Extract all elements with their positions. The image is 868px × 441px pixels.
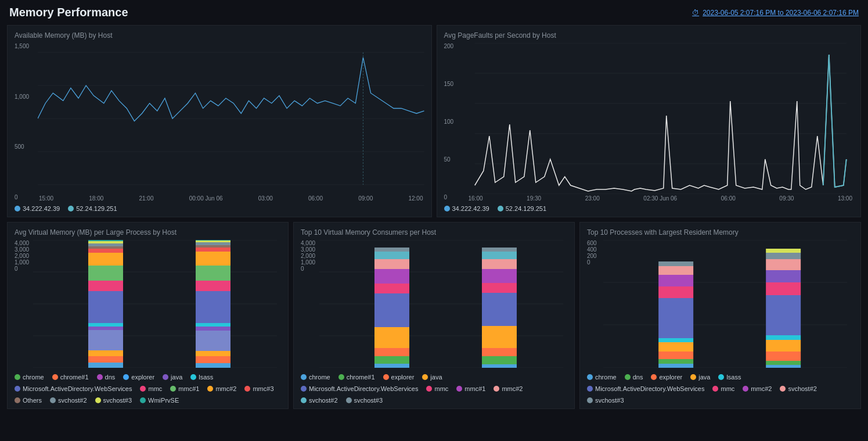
svg-rect-35 xyxy=(196,331,230,351)
svg-rect-98 xyxy=(766,259,801,270)
avg-virtual-legend: chrome chrome#1 dns explorer java lsass xyxy=(15,374,281,404)
svg-rect-73 xyxy=(482,248,517,252)
available-memory-svg-container: 15:00 18:00 21:00 00:00 Jun 06 03:00 06:… xyxy=(38,43,424,202)
svg-rect-93 xyxy=(766,340,801,352)
svg-rect-57 xyxy=(374,327,409,348)
top10-virtual-svg: 34.222.42.39 52.24.129.251 xyxy=(315,240,567,368)
svg-rect-100 xyxy=(766,249,801,253)
available-memory-legend: 34.222.42.39 52.24.129.251 xyxy=(15,205,424,212)
top10-virtual-svg-container: 34.222.42.39 52.24.129.251 xyxy=(315,240,567,368)
legend-item-2: 52.24.129.251 xyxy=(68,205,117,212)
avg-virtual-chart: 4,000 3,000 2,000 1,000 0 xyxy=(15,240,281,368)
svg-rect-46 xyxy=(196,240,230,241)
svg-rect-67 xyxy=(482,326,517,348)
top10-virtual-legend: chrome chrome#1 explorer java Microsoft.… xyxy=(301,374,567,404)
svg-rect-81 xyxy=(658,359,693,364)
svg-rect-22 xyxy=(88,323,123,327)
top10-resident-svg-container: 34.222.42.39 52.24.129.251 xyxy=(597,240,853,368)
available-memory-y-axis: 1,500 1,000 500 0 xyxy=(15,43,29,202)
av-leg-lsass: lsass xyxy=(190,374,213,381)
svg-rect-99 xyxy=(766,253,801,259)
svg-rect-71 xyxy=(482,259,517,269)
svg-rect-18 xyxy=(88,356,123,363)
time-range-label[interactable]: 2023-06-05 2:07:16 PM to 2023-06-06 2:07… xyxy=(703,9,859,17)
svg-rect-39 xyxy=(196,281,230,291)
svg-rect-24 xyxy=(88,281,123,291)
top10-resident-y-axis: 600 400 200 0 xyxy=(587,240,597,267)
av-leg-java: java xyxy=(163,374,182,381)
pagefaults-panel: Avg PageFaults per Second by Host 200 15… xyxy=(437,25,862,217)
svg-rect-28 xyxy=(88,246,123,249)
svg-rect-27 xyxy=(88,249,123,253)
av-leg-mmc3: mmc#3 xyxy=(244,385,273,392)
av-leg-msad: Microsoft.ActiveDirectory.WebServices xyxy=(15,385,132,392)
available-memory-svg xyxy=(38,43,424,194)
svg-rect-20 xyxy=(88,330,123,350)
svg-rect-84 xyxy=(658,338,693,342)
svg-rect-40 xyxy=(196,266,230,281)
svg-rect-87 xyxy=(658,275,693,286)
av-leg-chrome: chrome xyxy=(15,374,44,381)
svg-rect-21 xyxy=(88,327,123,330)
page-title: Memory Performance xyxy=(9,6,128,19)
svg-rect-66 xyxy=(482,348,517,356)
avg-virtual-y-axis: 4,000 3,000 2,000 1,000 0 xyxy=(15,240,29,273)
top10-resident-panel: Top 10 Processes with Largest Resident M… xyxy=(579,222,861,409)
top-charts-grid: Available Memory (MB) by Host 1,500 1,00… xyxy=(0,23,868,220)
svg-rect-58 xyxy=(374,293,409,327)
legend-dot-2 xyxy=(68,206,74,211)
pagefaults-x-axis: 16:00 19:30 23:00 02:30 Jun 06 06:00 09:… xyxy=(467,195,854,202)
pf-legend-dot-2 xyxy=(498,206,503,211)
svg-rect-70 xyxy=(482,269,517,283)
svg-rect-80 xyxy=(658,364,693,368)
svg-rect-44 xyxy=(196,242,230,245)
svg-rect-82 xyxy=(658,352,693,359)
svg-rect-59 xyxy=(374,284,409,293)
top10-virtual-y-axis: 4,000 3,000 2,000 1,000 0 xyxy=(301,240,315,273)
svg-rect-90 xyxy=(766,365,801,368)
top10-resident-legend: chrome dns explorer java lsass Microsoft… xyxy=(587,374,853,404)
svg-rect-86 xyxy=(658,286,693,298)
svg-rect-92 xyxy=(766,352,801,361)
svg-rect-97 xyxy=(766,270,801,282)
svg-rect-65 xyxy=(482,356,517,364)
svg-rect-32 xyxy=(196,363,230,368)
svg-rect-17 xyxy=(88,363,123,368)
svg-rect-72 xyxy=(482,252,517,259)
svg-rect-30 xyxy=(88,241,123,243)
top10-resident-chart: 600 400 200 0 xyxy=(587,240,853,368)
svg-rect-83 xyxy=(658,342,693,352)
svg-rect-41 xyxy=(196,252,230,266)
av-leg-dns: dns xyxy=(97,374,116,381)
svg-rect-63 xyxy=(374,248,409,252)
avg-virtual-svg: 34.222.42.39 52.24.129.251 xyxy=(29,240,281,368)
av-leg-mmc2: mmc#2 xyxy=(207,385,236,392)
svg-rect-94 xyxy=(766,335,801,340)
svg-rect-26 xyxy=(88,253,123,266)
svg-rect-60 xyxy=(374,269,409,284)
av-leg-explorer: explorer xyxy=(123,374,154,381)
svg-rect-36 xyxy=(196,327,230,331)
time-range[interactable]: ⏱ 2023-06-05 2:07:16 PM to 2023-06-06 2:… xyxy=(692,9,859,17)
svg-rect-88 xyxy=(658,266,693,275)
svg-rect-68 xyxy=(482,293,517,326)
svg-rect-95 xyxy=(766,295,801,335)
avg-virtual-svg-container: 34.222.42.39 52.24.129.251 xyxy=(29,240,281,368)
legend-dot-1 xyxy=(15,206,20,211)
svg-rect-62 xyxy=(374,252,409,259)
svg-rect-54 xyxy=(374,364,409,368)
bottom-charts-grid: Avg Virtual Memory (MB) per Large Proces… xyxy=(0,220,868,411)
top10-virtual-panel: Top 10 Virtual Memory Consumers per Host… xyxy=(293,222,575,409)
avg-virtual-title: Avg Virtual Memory (MB) per Large Proces… xyxy=(15,228,281,236)
available-memory-title: Available Memory (MB) by Host xyxy=(15,31,424,40)
available-memory-x-axis: 15:00 18:00 21:00 00:00 Jun 06 03:00 06:… xyxy=(38,195,424,202)
av-leg-others: Others xyxy=(15,397,42,404)
pf-legend-dot-1 xyxy=(444,206,450,211)
svg-rect-34 xyxy=(196,351,230,356)
pagefaults-svg-container: 16:00 19:30 23:00 02:30 Jun 06 06:00 09:… xyxy=(467,43,854,202)
top10-resident-title: Top 10 Processes with Largest Resident M… xyxy=(587,228,853,236)
svg-rect-96 xyxy=(766,282,801,295)
av-leg-svchost3: svchost#3 xyxy=(95,397,132,404)
av-leg-svchost2: svchost#2 xyxy=(50,397,87,404)
avg-virtual-panel: Avg Virtual Memory (MB) per Large Proces… xyxy=(7,222,289,409)
